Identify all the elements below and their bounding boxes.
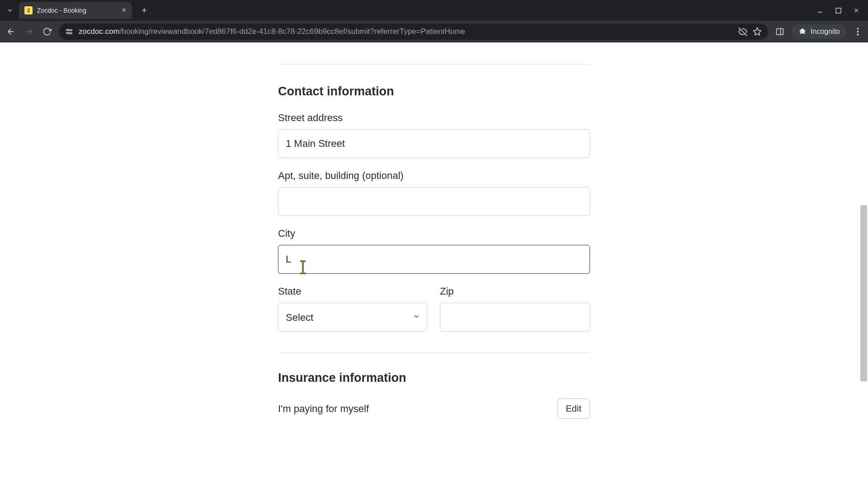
incognito-badge[interactable]: Incognito (792, 24, 846, 39)
browser-tab-strip: Z Zocdoc - Booking + (0, 0, 868, 21)
tab-title: Zocdoc - Booking (37, 7, 117, 14)
insurance-section-title: Insurance information (278, 371, 590, 385)
svg-rect-9 (66, 33, 72, 33)
insurance-section: Insurance information I'm paying for mys… (278, 352, 590, 419)
side-panel-icon[interactable] (774, 25, 786, 38)
site-settings-icon[interactable] (65, 28, 73, 36)
incognito-label: Incognito (811, 28, 840, 36)
svg-rect-14 (777, 28, 783, 34)
forward-button[interactable] (23, 25, 35, 38)
svg-rect-8 (66, 30, 72, 31)
tabs-area: Z Zocdoc - Booking + (0, 0, 151, 21)
browser-menu-icon[interactable] (852, 28, 863, 36)
minimize-icon[interactable] (816, 7, 824, 14)
tab-search-dropdown[interactable] (4, 4, 16, 17)
close-window-icon[interactable] (853, 7, 860, 14)
new-tab-button[interactable]: + (137, 4, 151, 17)
booking-form: Contact information Street address Apt, … (278, 42, 590, 419)
insurance-row: I'm paying for myself Edit (278, 399, 590, 419)
tracking-blocked-icon[interactable] (738, 27, 747, 36)
bookmark-icon[interactable] (753, 27, 762, 36)
insurance-divider (278, 352, 590, 353)
street-input[interactable] (278, 129, 590, 158)
street-group: Street address (278, 112, 590, 158)
page: Contact information Street address Apt, … (0, 42, 868, 488)
city-group: City (278, 228, 590, 274)
zip-group: Zip (440, 286, 590, 332)
state-select-wrap: Select (278, 303, 427, 332)
svg-rect-3 (836, 8, 841, 13)
svg-point-17 (857, 31, 859, 33)
favicon-icon: Z (24, 6, 33, 14)
insurance-text: I'm paying for myself (278, 403, 369, 415)
state-group: State Select (278, 286, 427, 332)
city-input[interactable] (278, 245, 590, 274)
url-text: zocdoc.com/booking/reviewandbook/7ed867f… (79, 27, 733, 36)
svg-point-18 (857, 34, 859, 36)
address-bar[interactable]: zocdoc.com/booking/reviewandbook/7ed867f… (59, 23, 768, 40)
scrollbar-track[interactable] (860, 42, 868, 488)
street-label: Street address (278, 112, 590, 124)
zip-input[interactable] (440, 303, 590, 332)
content-area: Contact information Street address Apt, … (0, 42, 868, 488)
contact-section-title: Contact information (278, 84, 590, 99)
edit-insurance-button[interactable]: Edit (557, 399, 590, 419)
window-controls (816, 0, 868, 21)
section-divider (278, 64, 590, 65)
apt-group: Apt, suite, building (optional) (278, 170, 590, 216)
maximize-icon[interactable] (835, 7, 842, 14)
reload-button[interactable] (41, 25, 53, 38)
apt-label: Apt, suite, building (optional) (278, 170, 590, 182)
state-select[interactable]: Select (278, 303, 427, 332)
browser-toolbar: zocdoc.com/booking/reviewandbook/7ed867f… (0, 21, 868, 42)
svg-point-16 (857, 28, 859, 30)
close-tab-icon[interactable] (121, 7, 127, 14)
svg-marker-13 (754, 28, 761, 35)
state-label: State (278, 286, 427, 297)
toolbar-right: Incognito (774, 24, 863, 39)
scrollbar-thumb[interactable] (860, 205, 867, 381)
city-label: City (278, 228, 590, 239)
text-cursor-icon (302, 262, 304, 273)
zip-label: Zip (440, 286, 590, 297)
back-button[interactable] (5, 25, 17, 38)
state-zip-row: State Select Zip (278, 286, 590, 332)
browser-tab[interactable]: Z Zocdoc - Booking (19, 2, 132, 19)
apt-input[interactable] (278, 187, 590, 216)
